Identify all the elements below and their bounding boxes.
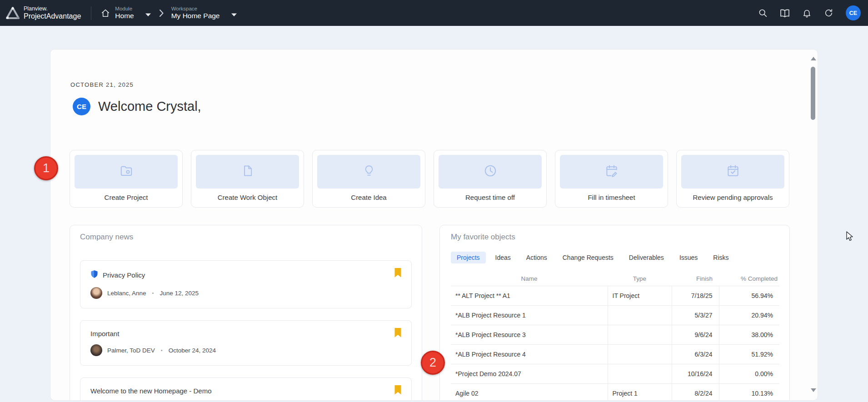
news-title: Welcome to the new Homepage - Demo: [90, 387, 212, 395]
search-icon[interactable]: [758, 8, 768, 18]
favorite-objects-title: My favorite objects: [451, 233, 789, 242]
tab-deliverables[interactable]: Deliverables: [623, 252, 670, 263]
cell-name: *ALB Project Resource 4: [451, 344, 608, 364]
module-caret-down-icon[interactable]: [145, 13, 151, 17]
workspace-label: Workspace: [171, 6, 220, 12]
book-icon[interactable]: [780, 8, 790, 18]
company-news-panel: Company news Privacy Policy: [70, 225, 422, 401]
create-idea-tile: [317, 155, 420, 189]
scrollbar-thumb[interactable]: [811, 67, 815, 120]
create-work-object-tile: [196, 155, 299, 189]
fill-in-timesheet-label: Fill in timesheet: [560, 194, 663, 201]
scroll-up-arrow-icon[interactable]: [811, 57, 816, 60]
cell-name: Agile 02: [451, 383, 608, 401]
column-header-name[interactable]: Name: [451, 272, 608, 286]
cell-type: [608, 305, 672, 325]
create-project-card[interactable]: Create Project: [70, 150, 183, 208]
news-title-row: Welcome to the new Homepage - Demo: [90, 387, 401, 395]
top-nav-bar: Planview. ProjectAdvantage Module Home: [0, 0, 868, 26]
bookmark-icon[interactable]: [394, 385, 401, 397]
quick-actions-row: Create Project Create Work Object Create…: [70, 150, 789, 208]
favorite-objects-panel: My favorite objects Projects Ideas Actio…: [439, 225, 790, 401]
cell-name: *ALB Project Resource 3: [451, 325, 608, 344]
table-row[interactable]: Agile 02 Project 1 8/2/24 10.13%: [451, 383, 779, 401]
create-work-object-label: Create Work Object: [196, 194, 299, 201]
current-date: OCTOBER 21, 2025: [70, 81, 134, 88]
news-title-row: Important: [90, 330, 401, 337]
cell-completed: 20.94%: [719, 305, 779, 325]
greeting-avatar: CE: [73, 98, 90, 115]
nav-actions: CE: [758, 5, 868, 20]
refresh-icon[interactable]: [824, 8, 833, 18]
create-project-label: Create Project: [75, 194, 178, 201]
favorites-table: Name Type Finish % Completed ** ALT Proj…: [451, 272, 779, 401]
module-label: Module: [115, 6, 134, 12]
cell-name: ** ALT Project ** A1: [451, 286, 608, 305]
column-header-completed[interactable]: % Completed: [719, 272, 779, 286]
page-title: Welcome Crystal,: [98, 99, 201, 114]
fill-in-timesheet-tile: [560, 155, 663, 189]
table-header-row: Name Type Finish % Completed: [451, 272, 779, 286]
cell-completed: 56.94%: [719, 286, 779, 305]
favorites-tab-bar: Projects Ideas Actions Change Requests D…: [451, 252, 789, 263]
tab-change-requests[interactable]: Change Requests: [557, 252, 619, 263]
create-idea-label: Create Idea: [317, 194, 420, 201]
tab-ideas[interactable]: Ideas: [489, 252, 517, 263]
workspace-caret-down-icon[interactable]: [231, 13, 237, 17]
module-breadcrumb[interactable]: Module Home: [100, 6, 151, 20]
news-title: Important: [90, 330, 119, 337]
news-item-privacy-policy[interactable]: Privacy Policy Leblanc, Anne • June 12, …: [80, 260, 412, 308]
news-item-welcome-homepage[interactable]: Welcome to the new Homepage - Demo: [80, 377, 412, 401]
tab-actions[interactable]: Actions: [520, 252, 553, 263]
bookmark-icon[interactable]: [394, 328, 401, 339]
scroll-down-arrow-icon[interactable]: [811, 388, 816, 392]
shield-icon: [90, 270, 98, 280]
tab-issues[interactable]: Issues: [673, 252, 703, 263]
cell-type: IT Project: [608, 286, 672, 305]
mouse-cursor: [846, 231, 855, 244]
cell-type: [608, 325, 672, 344]
bookmark-icon[interactable]: [394, 268, 401, 279]
review-pending-approvals-tile: [681, 155, 784, 189]
table-row[interactable]: *ALB Project Resource 3 9/6/24 38.00%: [451, 325, 779, 344]
calendar-edit-icon: [605, 164, 619, 179]
tab-projects[interactable]: Projects: [451, 252, 486, 263]
news-date: June 12, 2025: [160, 290, 199, 297]
review-pending-approvals-label: Review pending approvals: [681, 194, 784, 201]
tab-risks[interactable]: Risks: [707, 252, 734, 263]
annotation-step-2: 2: [421, 351, 445, 375]
column-header-finish[interactable]: Finish: [672, 272, 719, 286]
workspace-crumb-text: Workspace My Home Page: [171, 6, 220, 20]
table-row[interactable]: *ALB Project Resource 1 5/3/27 20.94%: [451, 305, 779, 325]
breadcrumb-chevron-right-icon: [159, 9, 164, 17]
table-row[interactable]: ** ALT Project ** A1 IT Project 7/18/25 …: [451, 286, 779, 305]
cell-completed: 51.92%: [719, 344, 779, 364]
workspace-breadcrumb[interactable]: Workspace My Home Page: [171, 6, 237, 20]
company-news-title: Company news: [80, 233, 412, 242]
brand-line1: Planview.: [24, 6, 81, 12]
table-row[interactable]: *Project Demo 2024.07 10/16/24 0.00%: [451, 364, 779, 383]
cell-completed: 10.13%: [719, 383, 779, 401]
cell-finish: 6/3/24: [672, 344, 719, 364]
column-header-type[interactable]: Type: [608, 272, 672, 286]
cell-finish: 9/6/24: [672, 325, 719, 344]
workspace-value: My Home Page: [171, 12, 220, 20]
request-time-off-label: Request time off: [439, 194, 542, 201]
table-row[interactable]: *ALB Project Resource 4 6/3/24 51.92%: [451, 344, 779, 364]
nav-divider: [91, 6, 91, 20]
news-author-row: Leblanc, Anne • June 12, 2025: [90, 287, 401, 299]
request-time-off-card[interactable]: Request time off: [434, 150, 547, 208]
cell-name: *Project Demo 2024.07: [451, 364, 608, 383]
fill-in-timesheet-card[interactable]: Fill in timesheet: [555, 150, 668, 208]
review-pending-approvals-card[interactable]: Review pending approvals: [676, 150, 789, 208]
news-item-important[interactable]: Important Palmer, ToD DEV • October 24, …: [80, 320, 412, 366]
cell-completed: 38.00%: [719, 325, 779, 344]
bell-icon[interactable]: [802, 8, 812, 18]
author-name: Leblanc, Anne: [107, 290, 146, 297]
cell-finish: 8/2/24: [672, 383, 719, 401]
create-work-object-card[interactable]: Create Work Object: [191, 150, 304, 208]
create-idea-card[interactable]: Create Idea: [312, 150, 425, 208]
vertical-scrollbar[interactable]: [810, 51, 817, 399]
annotation-step-1: 1: [34, 156, 58, 180]
user-avatar[interactable]: CE: [846, 5, 861, 20]
